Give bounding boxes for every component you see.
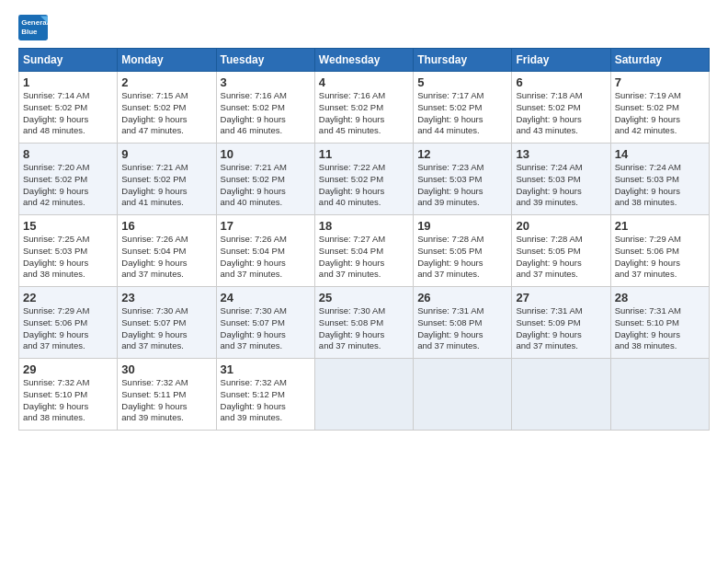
calendar-cell: 4Sunrise: 7:16 AM Sunset: 5:02 PM Daylig… (314, 72, 413, 144)
day-number: 29 (23, 362, 113, 376)
day-number: 31 (221, 362, 311, 376)
calendar-cell: 9Sunrise: 7:21 AM Sunset: 5:02 PM Daylig… (118, 144, 216, 215)
cell-data: Sunrise: 7:29 AM Sunset: 5:06 PM Dayligh… (23, 305, 113, 352)
calendar-cell: 22Sunrise: 7:29 AM Sunset: 5:06 PM Dayli… (19, 287, 118, 359)
cell-data: Sunrise: 7:30 AM Sunset: 5:07 PM Dayligh… (221, 305, 311, 352)
cell-data: Sunrise: 7:28 AM Sunset: 5:05 PM Dayligh… (417, 234, 507, 281)
day-number: 27 (516, 291, 606, 304)
calendar-cell: 28Sunrise: 7:31 AM Sunset: 5:10 PM Dayli… (610, 287, 709, 359)
calendar-week-row: 29Sunrise: 7:32 AM Sunset: 5:10 PM Dayli… (19, 359, 710, 431)
svg-text:General: General (21, 18, 48, 27)
cell-data: Sunrise: 7:18 AM Sunset: 5:02 PM Dayligh… (516, 90, 606, 137)
cell-data: Sunrise: 7:23 AM Sunset: 5:03 PM Dayligh… (417, 162, 507, 209)
calendar-cell: 7Sunrise: 7:19 AM Sunset: 5:02 PM Daylig… (610, 72, 709, 144)
day-number: 26 (417, 291, 507, 304)
day-number: 10 (221, 147, 311, 161)
calendar-cell: 31Sunrise: 7:32 AM Sunset: 5:12 PM Dayli… (216, 359, 314, 431)
day-number: 11 (319, 147, 409, 161)
cell-data: Sunrise: 7:24 AM Sunset: 5:03 PM Dayligh… (615, 162, 705, 209)
cell-data: Sunrise: 7:21 AM Sunset: 5:02 PM Dayligh… (221, 162, 311, 209)
day-number: 15 (23, 219, 113, 233)
calendar-cell: 26Sunrise: 7:31 AM Sunset: 5:08 PM Dayli… (414, 287, 512, 359)
header-cell-tuesday: Tuesday (216, 49, 314, 72)
calendar-cell: 11Sunrise: 7:22 AM Sunset: 5:02 PM Dayli… (314, 144, 413, 215)
header-cell-wednesday: Wednesday (314, 49, 413, 72)
calendar-cell: 25Sunrise: 7:30 AM Sunset: 5:08 PM Dayli… (314, 287, 413, 359)
cell-data: Sunrise: 7:32 AM Sunset: 5:12 PM Dayligh… (221, 377, 311, 424)
calendar-cell: 27Sunrise: 7:31 AM Sunset: 5:09 PM Dayli… (512, 287, 610, 359)
cell-data: Sunrise: 7:26 AM Sunset: 5:04 PM Dayligh… (221, 234, 311, 281)
calendar-cell: 23Sunrise: 7:30 AM Sunset: 5:07 PM Dayli… (118, 287, 216, 359)
cell-data: Sunrise: 7:21 AM Sunset: 5:02 PM Dayligh… (121, 162, 211, 209)
header-cell-friday: Friday (512, 49, 610, 72)
cell-data: Sunrise: 7:31 AM Sunset: 5:09 PM Dayligh… (516, 305, 606, 352)
day-number: 21 (615, 219, 705, 233)
logo-icon: General Blue (18, 15, 48, 40)
calendar-cell: 18Sunrise: 7:27 AM Sunset: 5:04 PM Dayli… (314, 215, 413, 287)
day-number: 7 (615, 75, 705, 89)
calendar-cell: 6Sunrise: 7:18 AM Sunset: 5:02 PM Daylig… (512, 72, 610, 144)
calendar-week-row: 1Sunrise: 7:14 AM Sunset: 5:02 PM Daylig… (19, 72, 710, 144)
svg-text:Blue: Blue (21, 28, 38, 36)
day-number: 30 (121, 362, 211, 376)
calendar-cell (512, 359, 610, 431)
calendar-cell: 17Sunrise: 7:26 AM Sunset: 5:04 PM Dayli… (216, 215, 314, 287)
calendar-cell: 5Sunrise: 7:17 AM Sunset: 5:02 PM Daylig… (414, 72, 512, 144)
cell-data: Sunrise: 7:25 AM Sunset: 5:03 PM Dayligh… (23, 234, 113, 281)
calendar-cell: 1Sunrise: 7:14 AM Sunset: 5:02 PM Daylig… (19, 72, 118, 144)
day-number: 19 (417, 219, 507, 233)
day-number: 25 (319, 291, 409, 304)
calendar-cell: 12Sunrise: 7:23 AM Sunset: 5:03 PM Dayli… (414, 144, 512, 215)
calendar-cell: 8Sunrise: 7:20 AM Sunset: 5:02 PM Daylig… (19, 144, 118, 215)
calendar-cell: 20Sunrise: 7:28 AM Sunset: 5:05 PM Dayli… (512, 215, 610, 287)
cell-data: Sunrise: 7:14 AM Sunset: 5:02 PM Dayligh… (23, 90, 113, 137)
calendar-body: 1Sunrise: 7:14 AM Sunset: 5:02 PM Daylig… (19, 72, 710, 431)
calendar-week-row: 15Sunrise: 7:25 AM Sunset: 5:03 PM Dayli… (19, 215, 710, 287)
calendar-cell: 13Sunrise: 7:24 AM Sunset: 5:03 PM Dayli… (512, 144, 610, 215)
day-number: 12 (417, 147, 507, 161)
logo: General Blue (18, 15, 48, 40)
calendar-cell: 30Sunrise: 7:32 AM Sunset: 5:11 PM Dayli… (118, 359, 216, 431)
cell-data: Sunrise: 7:32 AM Sunset: 5:11 PM Dayligh… (121, 377, 211, 424)
header-cell-monday: Monday (118, 49, 216, 72)
calendar-cell (610, 359, 709, 431)
calendar-table: SundayMondayTuesdayWednesdayThursdayFrid… (18, 48, 710, 431)
header-cell-saturday: Saturday (610, 49, 709, 72)
day-number: 23 (121, 291, 211, 304)
day-number: 8 (23, 147, 113, 161)
cell-data: Sunrise: 7:19 AM Sunset: 5:02 PM Dayligh… (615, 90, 705, 137)
cell-data: Sunrise: 7:24 AM Sunset: 5:03 PM Dayligh… (516, 162, 606, 209)
calendar-cell: 29Sunrise: 7:32 AM Sunset: 5:10 PM Dayli… (19, 359, 118, 431)
calendar-cell: 10Sunrise: 7:21 AM Sunset: 5:02 PM Dayli… (216, 144, 314, 215)
day-number: 18 (319, 219, 409, 233)
calendar-cell: 14Sunrise: 7:24 AM Sunset: 5:03 PM Dayli… (610, 144, 709, 215)
day-number: 4 (319, 75, 409, 89)
cell-data: Sunrise: 7:16 AM Sunset: 5:02 PM Dayligh… (319, 90, 409, 137)
calendar-cell: 19Sunrise: 7:28 AM Sunset: 5:05 PM Dayli… (414, 215, 512, 287)
calendar-cell: 21Sunrise: 7:29 AM Sunset: 5:06 PM Dayli… (610, 215, 709, 287)
header: General Blue (18, 15, 710, 40)
calendar-cell: 16Sunrise: 7:26 AM Sunset: 5:04 PM Dayli… (118, 215, 216, 287)
calendar-cell (314, 359, 413, 431)
calendar-cell: 15Sunrise: 7:25 AM Sunset: 5:03 PM Dayli… (19, 215, 118, 287)
header-cell-thursday: Thursday (414, 49, 512, 72)
day-number: 6 (516, 75, 606, 89)
day-number: 28 (615, 291, 705, 304)
cell-data: Sunrise: 7:27 AM Sunset: 5:04 PM Dayligh… (319, 234, 409, 281)
calendar-header-row: SundayMondayTuesdayWednesdayThursdayFrid… (19, 49, 710, 72)
cell-data: Sunrise: 7:16 AM Sunset: 5:02 PM Dayligh… (221, 90, 311, 137)
day-number: 1 (23, 75, 113, 89)
day-number: 20 (516, 219, 606, 233)
cell-data: Sunrise: 7:26 AM Sunset: 5:04 PM Dayligh… (121, 234, 211, 281)
cell-data: Sunrise: 7:20 AM Sunset: 5:02 PM Dayligh… (23, 162, 113, 209)
day-number: 9 (121, 147, 211, 161)
cell-data: Sunrise: 7:32 AM Sunset: 5:10 PM Dayligh… (23, 377, 113, 424)
day-number: 16 (121, 219, 211, 233)
day-number: 5 (417, 75, 507, 89)
header-cell-sunday: Sunday (19, 49, 118, 72)
cell-data: Sunrise: 7:15 AM Sunset: 5:02 PM Dayligh… (121, 90, 211, 137)
day-number: 14 (615, 147, 705, 161)
day-number: 3 (221, 75, 311, 89)
day-number: 17 (221, 219, 311, 233)
calendar-week-row: 8Sunrise: 7:20 AM Sunset: 5:02 PM Daylig… (19, 144, 710, 215)
